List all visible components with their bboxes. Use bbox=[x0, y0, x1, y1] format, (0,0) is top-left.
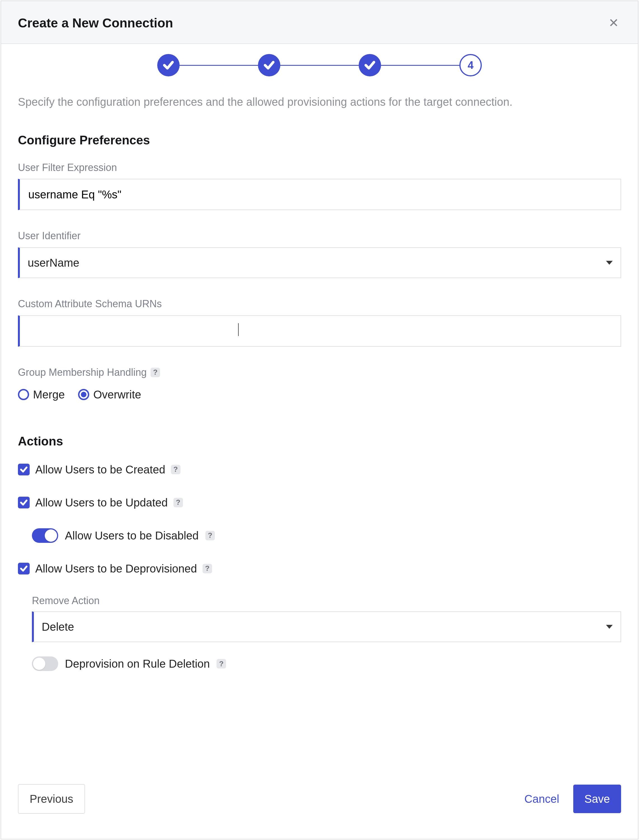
radio-merge-label: Merge bbox=[33, 387, 65, 402]
group-handling-label: Group Membership Handling ? bbox=[18, 366, 621, 384]
check-icon bbox=[364, 59, 376, 72]
actions-title: Actions bbox=[18, 433, 621, 462]
allow-disable-row: Allow Users to be Disabled ? bbox=[32, 528, 621, 543]
allow-update-children: Allow Users to be Disabled ? bbox=[18, 528, 621, 561]
checkbox-checked-icon[interactable] bbox=[18, 497, 30, 508]
dialog-body: 4 Specify the configuration preferences … bbox=[1, 44, 638, 839]
step-4-current[interactable]: 4 bbox=[459, 54, 482, 76]
radio-overwrite[interactable]: Overwrite bbox=[78, 387, 141, 402]
user-filter-field: User Filter Expression bbox=[18, 161, 621, 210]
checkbox-checked-icon[interactable] bbox=[18, 464, 30, 476]
footer-right: Cancel Save bbox=[516, 784, 621, 813]
deprovision-rule-label: Deprovision on Rule Deletion bbox=[65, 656, 210, 671]
help-icon[interactable]: ? bbox=[171, 465, 180, 474]
step-number: 4 bbox=[467, 58, 474, 72]
help-icon[interactable]: ? bbox=[203, 564, 212, 573]
allow-deprovision-label: Allow Users to be Deprovisioned bbox=[35, 561, 197, 576]
chevron-down-icon bbox=[606, 625, 613, 629]
connection-dialog: Create a New Connection ✕ 4 Specify the … bbox=[0, 0, 639, 840]
dialog-footer: Previous Cancel Save bbox=[18, 773, 621, 828]
radio-merge[interactable]: Merge bbox=[18, 387, 65, 402]
step-2-done[interactable] bbox=[258, 54, 280, 76]
remove-action-label: Remove Action bbox=[32, 594, 621, 612]
toggle-knob-icon bbox=[33, 657, 45, 670]
allow-deprovision-children: Remove Action Delete Deprovision on Rule… bbox=[18, 594, 621, 689]
help-icon[interactable]: ? bbox=[151, 368, 160, 377]
toggle-knob-icon bbox=[45, 530, 57, 542]
radio-icon bbox=[78, 389, 89, 400]
user-identifier-label: User Identifier bbox=[18, 229, 621, 247]
dialog-subtitle: Specify the configuration preferences an… bbox=[18, 89, 621, 132]
step-3-done[interactable] bbox=[359, 54, 381, 76]
urns-input-wrap[interactable] bbox=[18, 315, 621, 347]
text-cursor-icon bbox=[238, 323, 238, 336]
user-identifier-value: userName bbox=[28, 255, 79, 270]
deprovision-rule-toggle[interactable] bbox=[32, 657, 58, 671]
help-icon[interactable]: ? bbox=[205, 531, 215, 540]
radio-icon bbox=[18, 389, 29, 400]
dialog-header: Create a New Connection ✕ bbox=[1, 1, 638, 44]
radio-overwrite-label: Overwrite bbox=[93, 387, 141, 402]
step-1-done[interactable] bbox=[157, 54, 180, 76]
user-identifier-select[interactable]: userName bbox=[18, 247, 621, 278]
close-icon[interactable]: ✕ bbox=[606, 12, 621, 33]
remove-action-select[interactable]: Delete bbox=[32, 611, 621, 642]
allow-disable-toggle[interactable] bbox=[32, 528, 58, 543]
save-button[interactable]: Save bbox=[573, 784, 621, 813]
urns-input[interactable] bbox=[28, 323, 613, 339]
step-connector bbox=[280, 65, 359, 66]
dialog-title: Create a New Connection bbox=[18, 14, 173, 32]
check-icon bbox=[162, 59, 175, 72]
allow-update-label: Allow Users to be Updated bbox=[35, 495, 168, 510]
step-connector bbox=[180, 65, 258, 66]
group-handling-radios: Merge Overwrite bbox=[18, 383, 621, 402]
allow-disable-label: Allow Users to be Disabled bbox=[65, 528, 199, 543]
step-connector bbox=[381, 65, 459, 66]
chevron-down-icon bbox=[606, 261, 613, 265]
previous-button[interactable]: Previous bbox=[18, 784, 85, 814]
urns-label: Custom Attribute Schema URNs bbox=[18, 297, 621, 315]
allow-create-row[interactable]: Allow Users to be Created ? bbox=[18, 462, 621, 477]
user-identifier-field: User Identifier userName bbox=[18, 229, 621, 278]
help-icon[interactable]: ? bbox=[216, 659, 226, 668]
urns-field: Custom Attribute Schema URNs bbox=[18, 297, 621, 347]
user-filter-label: User Filter Expression bbox=[18, 161, 621, 179]
remove-action-value: Delete bbox=[42, 619, 74, 634]
radio-dot-icon bbox=[81, 392, 86, 397]
stepper: 4 bbox=[18, 44, 621, 89]
allow-deprovision-row[interactable]: Allow Users to be Deprovisioned ? bbox=[18, 561, 621, 576]
preferences-title: Configure Preferences bbox=[18, 132, 621, 161]
check-icon bbox=[263, 59, 275, 72]
user-filter-input[interactable] bbox=[28, 187, 613, 202]
user-filter-input-wrap[interactable] bbox=[18, 179, 621, 210]
allow-update-row[interactable]: Allow Users to be Updated ? bbox=[18, 495, 621, 510]
group-handling-field: Group Membership Handling ? Merge Overwr… bbox=[18, 366, 621, 402]
checkbox-checked-icon[interactable] bbox=[18, 563, 30, 574]
help-icon[interactable]: ? bbox=[173, 498, 183, 507]
cancel-button[interactable]: Cancel bbox=[516, 784, 567, 813]
group-handling-label-text: Group Membership Handling bbox=[18, 366, 146, 379]
allow-create-label: Allow Users to be Created bbox=[35, 462, 165, 477]
deprovision-rule-row: Deprovision on Rule Deletion ? bbox=[32, 656, 621, 671]
